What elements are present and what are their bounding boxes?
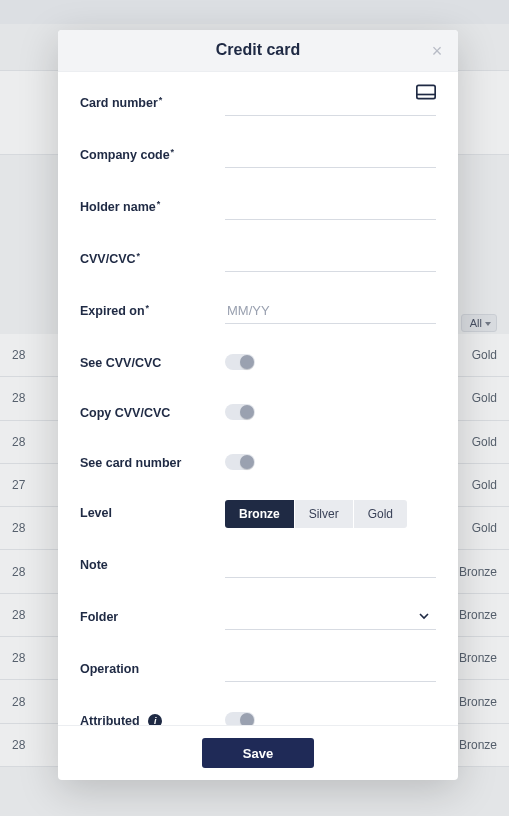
modal-header: Credit card × bbox=[58, 30, 458, 72]
label-card-number: Card number bbox=[80, 90, 215, 111]
level-bronze-button[interactable]: Bronze bbox=[225, 500, 294, 528]
toggle-attributed[interactable] bbox=[225, 712, 255, 725]
field-cvv: CVV/CVC bbox=[80, 246, 436, 274]
credit-card-icon bbox=[416, 84, 436, 100]
expired-on-input[interactable] bbox=[225, 298, 436, 324]
label-level: Level bbox=[80, 500, 215, 521]
cvv-input[interactable] bbox=[225, 246, 436, 272]
level-segmented: Bronze Silver Gold bbox=[225, 500, 407, 528]
note-input[interactable] bbox=[225, 552, 436, 578]
label-cvv: CVV/CVC bbox=[80, 246, 215, 267]
field-card-number: Card number bbox=[80, 90, 436, 118]
level-gold-button[interactable]: Gold bbox=[353, 500, 407, 528]
label-expired-on: Expired on bbox=[80, 298, 215, 319]
company-code-input[interactable] bbox=[225, 142, 436, 168]
svg-rect-1 bbox=[417, 93, 435, 95]
field-company-code: Company code bbox=[80, 142, 436, 170]
field-level: Level Bronze Silver Gold bbox=[80, 500, 436, 528]
label-attributed: Attributed i bbox=[80, 708, 215, 725]
label-see-cvv: See CVV/CVC bbox=[80, 350, 215, 371]
field-folder: Folder bbox=[80, 604, 436, 632]
field-holder-name: Holder name bbox=[80, 194, 436, 222]
holder-name-input[interactable] bbox=[225, 194, 436, 220]
toggle-copy-cvv[interactable] bbox=[225, 404, 255, 420]
field-attributed: Attributed i bbox=[80, 708, 436, 725]
info-icon[interactable]: i bbox=[148, 714, 162, 725]
field-expired-on: Expired on bbox=[80, 298, 436, 326]
modal-footer: Save bbox=[58, 725, 458, 780]
label-attributed-text: Attributed bbox=[80, 714, 140, 725]
field-note: Note bbox=[80, 552, 436, 580]
field-copy-cvv: Copy CVV/CVC bbox=[80, 400, 436, 428]
label-company-code: Company code bbox=[80, 142, 215, 163]
card-number-input[interactable] bbox=[225, 90, 436, 116]
label-copy-cvv: Copy CVV/CVC bbox=[80, 400, 215, 421]
svg-rect-0 bbox=[417, 85, 435, 98]
level-silver-button[interactable]: Silver bbox=[294, 500, 353, 528]
close-icon[interactable]: × bbox=[426, 40, 448, 62]
operation-input[interactable] bbox=[225, 656, 436, 682]
label-folder: Folder bbox=[80, 604, 215, 625]
label-holder-name: Holder name bbox=[80, 194, 215, 215]
label-operation: Operation bbox=[80, 656, 215, 677]
modal-title: Credit card bbox=[216, 41, 300, 59]
credit-card-modal: Credit card × Card number Company code H… bbox=[58, 30, 458, 780]
toggle-see-cvv[interactable] bbox=[225, 354, 255, 370]
field-see-card-number: See card number bbox=[80, 450, 436, 478]
label-see-card-number: See card number bbox=[80, 450, 215, 471]
modal-body: Card number Company code Holder name CVV… bbox=[58, 72, 458, 725]
toggle-see-card-number[interactable] bbox=[225, 454, 255, 470]
field-operation: Operation bbox=[80, 656, 436, 684]
label-note: Note bbox=[80, 552, 215, 573]
save-button[interactable]: Save bbox=[202, 738, 314, 768]
field-see-cvv: See CVV/CVC bbox=[80, 350, 436, 378]
folder-select[interactable] bbox=[225, 604, 436, 630]
